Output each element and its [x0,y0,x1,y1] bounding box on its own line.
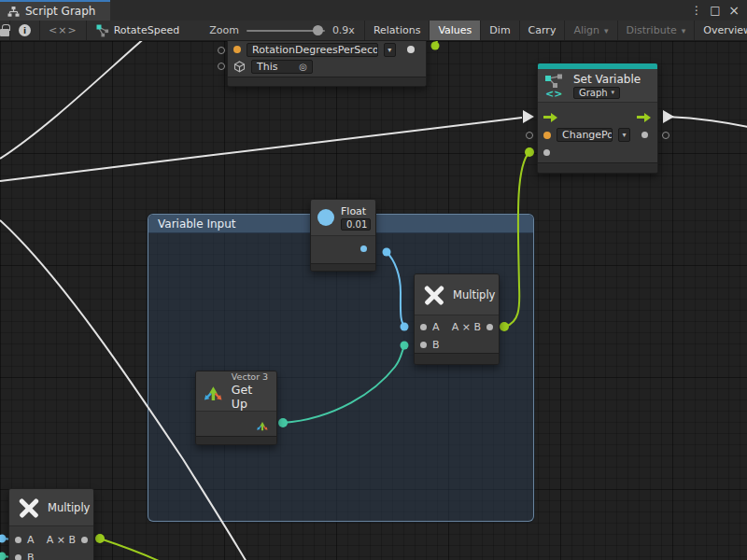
variable-scope-dropdown[interactable]: Graph ▾ [573,87,620,99]
input-a-label: A [432,321,440,333]
target-object-field[interactable]: This ◎ [251,60,313,74]
multiply-icon [18,497,40,519]
input-a-port[interactable] [15,537,21,543]
node-title: Get Up [232,383,270,411]
values-button[interactable]: Values [430,21,481,40]
caret-icon: ▾ [388,46,391,54]
multiply-icon [423,284,445,306]
variable-name-dropdown[interactable]: RotationDegreesPerSecond [247,43,378,57]
control-input-port[interactable] [543,113,558,122]
code-view-button[interactable]: <×> [40,21,87,40]
input-b-port[interactable] [15,554,21,560]
inspect-button[interactable]: i [10,21,40,40]
node-type-label: Vector 3 [232,371,270,382]
zoom-control: Zoom 0.9x [200,21,365,40]
unconnected-port-indicator [526,132,533,139]
node-footer [196,436,276,444]
value-output-port[interactable] [641,132,648,138]
unconnected-port-indicator [662,132,669,139]
lock-icon [0,29,9,36]
vector3-output-port[interactable] [256,418,269,431]
input-b-label: B [432,339,440,351]
zoom-label: Zoom [209,24,239,36]
window-title-bar: Script Graph ⋮ □ × [0,0,747,21]
align-button[interactable]: Align ▾ [565,21,617,40]
dim-button[interactable]: Dim [481,21,519,40]
vector3-icon [203,380,224,402]
float-value-input[interactable]: 0.01 [341,218,371,231]
node-get-up[interactable]: Vector 3 Get Up [195,371,277,445]
object-picker-icon[interactable]: ◎ [299,62,307,72]
distribute-button[interactable]: Distribute ▾ [618,21,696,40]
value-output-port[interactable] [407,46,415,53]
zoom-value: 0.9x [332,24,355,36]
zoom-slider-handle[interactable] [313,25,323,35]
window-maximize-button[interactable]: □ [708,3,723,18]
node-footer [415,353,499,364]
variable-name-dropdown[interactable]: ChangePos [557,128,613,142]
group-title: Variable Input [158,217,235,231]
node-multiply-bottom[interactable]: Multiply A A × B B [8,488,94,560]
node-set-variable[interactable]: <> Set Variable Graph ▾ ChangePos ▾ [537,63,658,174]
graph-breadcrumb-icon [96,24,109,37]
info-icon: i [19,24,31,36]
input-a-label: A [27,534,35,546]
overview-button[interactable]: Overview [695,21,747,40]
caret-icon: ▾ [611,89,614,96]
caret-icon: ▾ [622,131,626,139]
zoom-slider[interactable] [247,30,325,32]
node-footer [228,77,426,86]
window-menu-button[interactable]: ⋮ [689,3,704,18]
node-float[interactable]: Float 0.01 [310,199,376,272]
float-icon [317,209,334,226]
selection-highlight-bar [538,63,657,69]
graph-variable-icon: <> [544,73,567,98]
breadcrumb-graph-name: RotateSpeed [114,24,180,36]
caret-down-icon: ▾ [604,26,609,35]
carry-button[interactable]: Carry [520,21,566,40]
node-footer [311,263,375,271]
control-output-port[interactable] [637,113,652,122]
code-view-icon: <×> [49,24,78,36]
node-footer [538,162,657,173]
window-close-button[interactable]: × [726,3,741,18]
input-b-port[interactable] [420,342,427,348]
dropdown-caret-button[interactable]: ▾ [384,43,396,57]
float-output-port[interactable] [360,245,367,252]
svg-text:<>: <> [545,88,562,98]
lock-button[interactable] [0,21,10,40]
variable-kind-port[interactable] [233,46,241,53]
input-a-port[interactable] [420,324,427,330]
output-port[interactable] [81,537,88,543]
unconnected-port-indicator [218,47,225,54]
float-header[interactable]: Float 0.01 [311,200,375,236]
node-title: Multiply [48,501,90,514]
input-b-label: B [27,552,35,560]
output-port[interactable] [486,324,493,330]
get-up-header[interactable]: Vector 3 Get Up [196,371,276,412]
set-variable-header[interactable]: <> Set Variable Graph ▾ [538,69,657,103]
node-title: Multiply [453,288,495,301]
caret-down-icon: ▾ [682,26,686,35]
tab-title: Script Graph [25,5,95,18]
variable-kind-port[interactable] [543,132,551,139]
graph-toolbar: i <×> RotateSpeed Zoom 0.9x Relations Va… [0,21,747,41]
breadcrumb[interactable]: RotateSpeed [87,21,190,40]
node-multiply[interactable]: Multiply A A × B B [414,273,500,365]
node-title: Set Variable [573,73,641,86]
output-label: A × B [47,534,76,546]
multiply-header[interactable]: Multiply [9,489,93,526]
value-input-port[interactable] [543,149,550,156]
relations-button[interactable]: Relations [365,21,430,40]
node-get-variable[interactable]: RotationDegreesPerSecond ▾ This ◎ [227,34,427,87]
tab-script-graph[interactable]: Script Graph [0,0,110,21]
cube-icon [233,61,246,73]
script-graph-icon [7,6,20,18]
unconnected-port-indicator [218,63,225,70]
multiply-header[interactable]: Multiply [415,274,499,315]
node-title: Float [341,205,371,217]
output-label: A × B [452,321,481,333]
dropdown-caret-button[interactable]: ▾ [618,128,630,142]
